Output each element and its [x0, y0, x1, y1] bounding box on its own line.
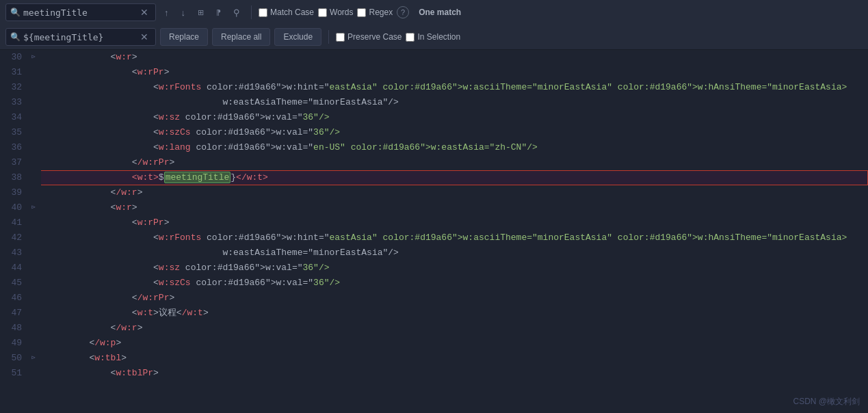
code-text: <w:rFonts color:#d19a66">w:hint="eastAsi… [47, 80, 847, 95]
gutter-item [26, 185, 41, 200]
line-number: 48 [0, 321, 22, 336]
line-number: 38 [0, 170, 22, 185]
toolbar-row-search: 🔍 ✕ ↑ ↓ ⊞ ⁋ ⚲ Match Case Words Regex [0, 0, 868, 25]
code-line[interactable]: w:eastAsiaTheme="minorEastAsia"/> [47, 95, 868, 110]
line-number: 33 [0, 95, 22, 110]
code-line[interactable]: <w:sz color:#d19a66">w:val="36"/> [47, 261, 868, 276]
gutter-item [26, 291, 41, 306]
replace-all-button[interactable]: Replace all [212, 28, 270, 46]
line-number: 41 [0, 215, 22, 230]
line-number: 42 [0, 230, 22, 245]
line-numbers: 3031323334353637383940414243444546474849… [0, 50, 26, 413]
code-line[interactable]: </w:p> [47, 336, 868, 351]
code-line[interactable]: w:eastAsiaTheme="minorEastAsia"/> [47, 245, 868, 261]
gutter-item [26, 336, 41, 351]
code-line[interactable]: <w:t>议程</w:t> [47, 306, 868, 321]
prev-match-button[interactable]: ↑ [160, 4, 173, 21]
code-line[interactable]: </w:r> [47, 321, 868, 336]
replace-input[interactable] [23, 32, 135, 42]
code-line[interactable]: </w:r> [47, 185, 868, 200]
fold-icon[interactable]: ⊳ [31, 351, 36, 366]
line-number: 44 [0, 261, 22, 276]
code-text: <w:rPr> [47, 215, 169, 230]
code-line[interactable]: 💡 <w:t>$meetingTitle}</w:t> [41, 170, 868, 185]
code-text: </w:rPr> [47, 155, 174, 170]
clear-replace-button[interactable]: ✕ [137, 31, 151, 42]
code-text: <w:t>议程</w:t> [47, 306, 209, 321]
code-text: <w:lang color:#d19a66">w:val="en-US" col… [47, 140, 538, 155]
gutter: ⊳⊳⊳ [26, 50, 41, 413]
code-line[interactable]: </w:rPr> [47, 291, 868, 306]
preserve-case-checkbox[interactable] [336, 33, 345, 42]
code-line[interactable]: <w:rFonts color:#d19a66">w:hint="eastAsi… [47, 80, 868, 95]
code-line[interactable]: <w:szCs color:#d19a66">w:val="36"/> [47, 125, 868, 140]
code-line[interactable]: <w:rPr> [47, 215, 868, 230]
words-checkbox-label[interactable]: Words [318, 8, 353, 17]
code-line[interactable]: <w:szCs color:#d19a66">w:val="36"/> [47, 276, 868, 291]
filter-button[interactable]: ⚲ [229, 4, 244, 21]
code-text: <w:t>$meetingTitle}</w:t> [47, 170, 268, 185]
match-case-checkbox-label[interactable]: Match Case [259, 8, 314, 17]
regex-checkbox[interactable] [357, 8, 366, 17]
code-line[interactable]: <w:tbl> [47, 351, 868, 366]
words-checkbox[interactable] [318, 8, 327, 17]
code-text: <w:szCs color:#d19a66">w:val="36"/> [47, 276, 340, 291]
gutter-item: ⊳ [26, 200, 41, 215]
in-selection-checkbox[interactable] [406, 33, 415, 42]
exclude-button[interactable]: Exclude [274, 28, 321, 46]
code-line[interactable]: <w:tblPr> [47, 366, 868, 381]
code-text: w:eastAsiaTheme="minorEastAsia"/> [47, 95, 399, 110]
code-line[interactable]: <w:rPr> [47, 65, 868, 80]
in-selection-checkbox-label[interactable]: In Selection [406, 32, 460, 42]
code-line[interactable]: <w:r> [47, 50, 868, 65]
watermark: CSDN @橄文利剑 [793, 396, 860, 408]
line-number: 51 [0, 366, 22, 381]
divider1 [251, 5, 252, 19]
code-text: <w:rFonts color:#d19a66">w:hint="eastAsi… [47, 230, 847, 245]
gutter-item [26, 366, 41, 381]
code-line[interactable]: </w:rPr> [47, 155, 868, 170]
code-text: w:eastAsiaTheme="minorEastAsia"/> [47, 245, 399, 261]
line-number: 49 [0, 336, 22, 351]
code-text: </w:rPr> [47, 291, 174, 306]
gutter-item: ⊳ [26, 50, 41, 65]
toolbar: 🔍 ✕ ↑ ↓ ⊞ ⁋ ⚲ Match Case Words Regex [0, 0, 868, 50]
editor-area: 3031323334353637383940414243444546474849… [0, 50, 868, 413]
code-line[interactable]: <w:r> [47, 200, 868, 215]
line-number: 45 [0, 276, 22, 291]
preserve-case-checkbox-label[interactable]: Preserve Case [336, 32, 402, 42]
code-line[interactable]: <w:lang color:#d19a66">w:val="en-US" col… [47, 140, 868, 155]
code-text: <w:rPr> [47, 65, 169, 80]
replace-button[interactable]: Replace [160, 28, 208, 46]
code-text: </w:r> [47, 185, 142, 200]
line-number: 35 [0, 125, 22, 140]
match-case-checkbox[interactable] [259, 8, 267, 17]
gutter-item [26, 110, 41, 125]
line-number: 40 [0, 200, 22, 215]
fold-icon[interactable]: ⊳ [31, 50, 36, 65]
multiline-button[interactable]: ⁋ [212, 4, 225, 21]
line-number: 50 [0, 351, 22, 366]
code-line[interactable]: <w:sz color:#d19a66">w:val="36"/> [47, 110, 868, 125]
code-area[interactable]: <w:r> <w:rPr> <w:rFonts color:#d19a66">w… [41, 50, 868, 413]
gutter-item [26, 321, 41, 336]
help-button[interactable]: ? [397, 6, 409, 18]
line-number: 43 [0, 245, 22, 261]
clear-search-button[interactable]: ✕ [137, 7, 151, 18]
gutter-item [26, 95, 41, 110]
match-result: One match [419, 8, 461, 17]
search-input[interactable] [23, 8, 135, 18]
code-text: <w:tbl> [47, 351, 127, 366]
line-number: 32 [0, 80, 22, 95]
code-line[interactable]: <w:rFonts color:#d19a66">w:hint="eastAsi… [47, 230, 868, 245]
next-match-button[interactable]: ↓ [177, 4, 190, 21]
code-text: <w:r> [47, 50, 137, 65]
line-number: 37 [0, 155, 22, 170]
code-text: </w:r> [47, 321, 142, 336]
select-all-matches-button[interactable]: ⊞ [194, 4, 208, 21]
replace-box: 🔍 ✕ [5, 28, 156, 46]
regex-checkbox-label[interactable]: Regex [357, 8, 393, 17]
gutter-item [26, 276, 41, 291]
code-text: <w:szCs color:#d19a66">w:val="36"/> [47, 125, 340, 140]
fold-icon[interactable]: ⊳ [31, 200, 36, 215]
